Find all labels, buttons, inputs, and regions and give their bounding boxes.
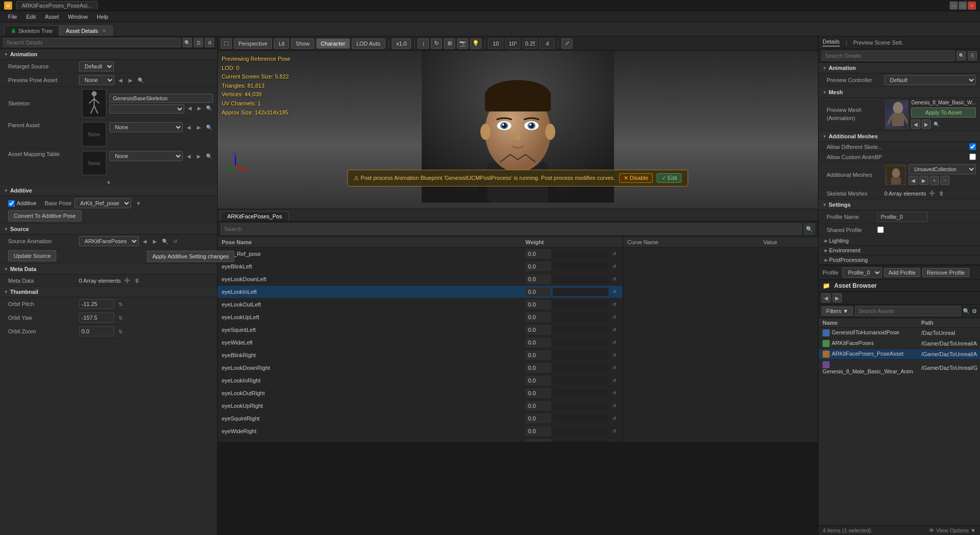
prev-arrow-icon[interactable]: ◀	[116, 76, 125, 84]
shared-profile-checkbox[interactable]	[877, 226, 884, 233]
base-pose-select[interactable]: ArKit_Ref_pose	[74, 198, 131, 208]
light-icon[interactable]: 💡	[470, 39, 481, 49]
metadata-section-header[interactable]: ▼ Meta Data	[0, 264, 217, 275]
table-row[interactable]: eyeWideRight ↺	[218, 425, 623, 438]
snap-scale-input[interactable]	[522, 39, 538, 49]
asset-search-input[interactable]	[855, 306, 961, 316]
collapse-button[interactable]: ▲	[106, 179, 111, 184]
weight-bar[interactable]	[553, 338, 608, 347]
table-row[interactable]: ArKit_Ref_pose ↺	[218, 248, 623, 260]
weight-input[interactable]	[525, 338, 551, 347]
weight-bar[interactable]	[553, 414, 608, 423]
table-row[interactable]: eyeSquintLeft ↺	[218, 324, 623, 336]
table-row[interactable]: eyeBlinkLeft ↺	[218, 260, 623, 273]
pose-search-input[interactable]	[221, 223, 802, 235]
weight-reset-icon[interactable]: ↺	[610, 440, 619, 442]
retarget-source-select[interactable]: Default	[79, 61, 114, 71]
vp-perspective-icon[interactable]: ⛶	[221, 39, 232, 49]
additive-checkbox[interactable]	[8, 200, 15, 207]
settings-icon[interactable]: ⚙	[205, 38, 214, 47]
list-item[interactable]: Genesis_8_Male_Basic_Wear_Anim /Game/Daz…	[819, 360, 980, 376]
skeletal-del-icon[interactable]: 🗑	[937, 189, 946, 198]
convert-to-additive-button[interactable]: Convert To Additive Pose	[8, 210, 81, 221]
title-tab[interactable]: ARKitFacePoses_PoseAsi...	[16, 1, 98, 10]
skeleton-type-select[interactable]	[109, 104, 184, 113]
add-mesh-fwd[interactable]: ▶	[919, 176, 928, 185]
tab-skeleton-tree[interactable]: 🌲 Skeleton Tree	[4, 25, 59, 36]
orbit-zoom-input[interactable]	[79, 326, 114, 336]
source-fwd-icon[interactable]: ▶	[151, 237, 159, 245]
lighting-section-header[interactable]: ▶ Lighting	[819, 236, 980, 246]
table-row[interactable]: eyeWideLeft ↺	[218, 336, 623, 349]
lit-button[interactable]: Lit	[274, 39, 289, 49]
weight-input[interactable]	[525, 275, 551, 284]
right-search-icon[interactable]: 🔍	[957, 51, 966, 60]
weight-input[interactable]	[525, 249, 551, 258]
snap-rotate-input[interactable]	[505, 39, 520, 49]
orbit-pitch-stepper[interactable]: ⇅	[116, 300, 125, 308]
list-item[interactable]: ARKitFacePoses_PoseAsset /Game/DazToUnre…	[819, 349, 980, 360]
weight-bar[interactable]	[553, 389, 608, 397]
pose-search-icon[interactable]: 🔍	[804, 223, 815, 235]
prev-fwd-icon[interactable]: ▶	[127, 76, 135, 84]
asset-back-button[interactable]: ◀	[822, 293, 831, 302]
parent-search-icon[interactable]: 🔍	[205, 123, 213, 131]
parent-asset-select[interactable]: None	[109, 122, 183, 132]
right-search-input[interactable]	[822, 51, 955, 61]
orbit-zoom-stepper[interactable]: ⇅	[116, 327, 125, 335]
weight-reset-icon[interactable]: ↺	[610, 275, 619, 283]
menu-asset[interactable]: Asset	[41, 13, 63, 21]
table-row[interactable]: eyeLookUpLeft ↺	[218, 311, 623, 324]
skeleton-back-icon[interactable]: ◀	[186, 104, 194, 112]
mapping-fwd-icon[interactable]: ▶	[195, 152, 203, 160]
weight-reset-icon[interactable]: ↺	[610, 338, 619, 347]
additional-meshes-header[interactable]: ▼ Additional Meshes	[819, 131, 980, 142]
weight-input[interactable]	[525, 427, 551, 436]
weight-reset-icon[interactable]: ↺	[610, 313, 619, 321]
parent-back-icon[interactable]: ◀	[185, 123, 193, 131]
list-item[interactable]: ARKitFacePoses /Game/DazToUnreal/A	[819, 338, 980, 349]
menu-help[interactable]: Help	[93, 13, 112, 21]
skeleton-search-icon[interactable]: 🔍	[205, 104, 213, 112]
details-title[interactable]: Details	[823, 39, 840, 47]
right-mesh-header[interactable]: ▼ Mesh	[819, 87, 980, 98]
remove-profile-button[interactable]: Remove Profile	[922, 268, 969, 277]
edit-button[interactable]: ✓ Edit	[657, 173, 682, 183]
weight-bar[interactable]	[553, 300, 608, 309]
weight-bar[interactable]	[553, 364, 608, 372]
show-button[interactable]: Show	[291, 39, 314, 49]
animation-section-header[interactable]: ▼ Animation	[0, 49, 217, 60]
base-pose-dropdown-icon[interactable]: ▼	[134, 199, 142, 207]
asset-forward-button[interactable]: ▶	[833, 293, 842, 302]
weight-bar[interactable]	[553, 275, 608, 283]
source-reset-icon[interactable]: ↺	[171, 237, 179, 245]
filter-icon[interactable]: ☰	[194, 38, 203, 47]
view-options-button[interactable]: 👁 View Options ▼	[929, 527, 976, 533]
close-button[interactable]: ✕	[968, 2, 976, 10]
weight-bar[interactable]	[553, 440, 608, 442]
parent-fwd-icon[interactable]: ▶	[195, 123, 203, 131]
disable-button[interactable]: ✕ Disable	[619, 173, 653, 183]
add-mesh-back[interactable]: ◀	[909, 176, 918, 185]
weight-reset-icon[interactable]: ↺	[610, 364, 619, 372]
camera-icon[interactable]: 📷	[457, 39, 468, 49]
table-row[interactable]: eyeLookOutRight ↺	[218, 387, 623, 400]
profile-name-input[interactable]	[877, 212, 928, 222]
weight-reset-icon[interactable]: ↺	[610, 427, 619, 435]
skeleton-name-input[interactable]	[109, 94, 213, 103]
weight-reset-icon[interactable]: ↺	[610, 262, 619, 271]
orbit-pitch-input[interactable]	[79, 299, 114, 309]
weight-reset-icon[interactable]: ↺	[610, 250, 619, 258]
additional-meshes-select[interactable]: UnsavedCollection	[909, 164, 976, 174]
weight-bar[interactable]	[553, 427, 608, 435]
skeleton-fwd-icon[interactable]: ▶	[195, 104, 203, 112]
asset-settings-icon[interactable]: ⚙	[972, 308, 977, 315]
weight-reset-icon[interactable]: ↺	[610, 402, 619, 410]
weight-input[interactable]	[525, 313, 551, 322]
profile-select[interactable]: Profile_0	[842, 268, 882, 278]
additive-section-header[interactable]: ▼ Additive	[0, 185, 217, 196]
weight-input[interactable]	[525, 300, 551, 309]
rotate-icon[interactable]: ↻	[431, 39, 442, 49]
table-row[interactable]: eyeLookDownLeft ↺	[218, 273, 623, 286]
mapping-back-icon[interactable]: ◀	[185, 152, 193, 160]
